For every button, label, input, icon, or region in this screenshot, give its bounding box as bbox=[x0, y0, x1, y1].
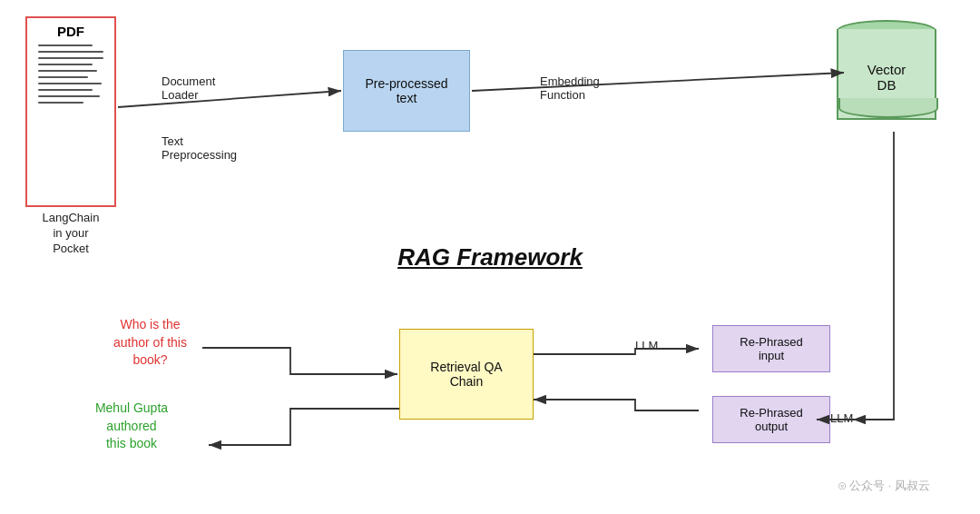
retrieval-qa-box: Retrieval QAChain bbox=[399, 329, 534, 420]
pdf-line bbox=[38, 51, 103, 53]
pdf-line bbox=[38, 89, 93, 91]
pdf-line bbox=[38, 44, 93, 46]
preproc-label: Pre-processedtext bbox=[365, 76, 447, 105]
pdf-line bbox=[38, 57, 103, 59]
svg-line-1 bbox=[118, 91, 341, 107]
pdf-line bbox=[38, 95, 100, 97]
rephrased-input-label: Re-Phrasedinput bbox=[740, 335, 802, 362]
pdf-line bbox=[38, 76, 88, 78]
diagram: PDF LangChainin yourPocket Pre-processed… bbox=[0, 0, 980, 514]
answer-text: Mehul Guptaauthoredthis book bbox=[73, 400, 191, 453]
rag-title: RAG Framework bbox=[397, 243, 583, 272]
pdf-line bbox=[38, 83, 102, 84]
pdf-line bbox=[38, 70, 97, 72]
vector-db-bottom-ellipse bbox=[838, 98, 938, 118]
rephrased-input-box: Re-Phrasedinput bbox=[712, 325, 830, 372]
preproc-box: Pre-processedtext bbox=[343, 50, 470, 132]
svg-line-2 bbox=[472, 73, 844, 91]
pdf-title: PDF bbox=[57, 24, 84, 39]
retrieval-label: Retrieval QAChain bbox=[430, 360, 502, 389]
watermark: ⊙ 公众号 · 风叔云 bbox=[838, 478, 930, 494]
pdf-line bbox=[38, 102, 83, 104]
doc-loader-label: DocumentLoader bbox=[162, 74, 215, 102]
vector-db-label: VectorDB bbox=[837, 62, 936, 93]
question-text: Who is theauthor of thisbook? bbox=[98, 316, 202, 370]
rephrased-output-box: Re-Phrasedoutput bbox=[712, 396, 830, 443]
llm-label-top: LLM bbox=[635, 339, 658, 352]
pdf-line bbox=[38, 64, 93, 65]
text-preproc-label: TextPreprocessing bbox=[162, 134, 237, 162]
embedding-label: EmbeddingFunction bbox=[540, 74, 600, 102]
pdf-box: PDF bbox=[25, 16, 116, 207]
llm-label-bottom: LLM bbox=[830, 411, 853, 425]
pdf-caption: LangChainin yourPocket bbox=[25, 211, 116, 257]
pdf-lines bbox=[38, 44, 103, 104]
rephrased-output-label: Re-Phrasedoutput bbox=[740, 406, 802, 433]
